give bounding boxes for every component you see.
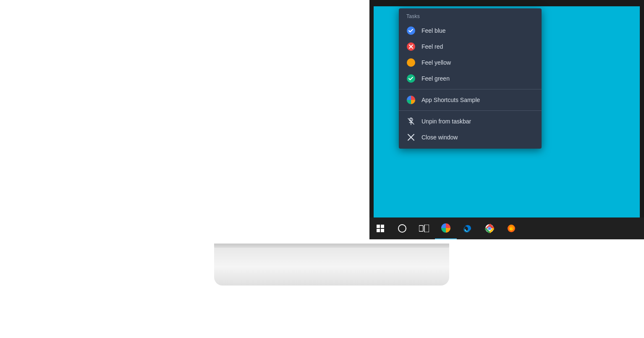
menu-item-feel-blue[interactable]: Feel blue xyxy=(399,23,542,39)
app-shortcuts-taskbar-icon[interactable] xyxy=(435,217,457,239)
menu-divider-2 xyxy=(399,110,542,111)
menu-item-feel-green[interactable]: Feel green xyxy=(399,71,542,86)
menu-app-label: App Shortcuts Sample xyxy=(399,92,542,108)
pinwheel-icon xyxy=(440,223,451,233)
windows-icon xyxy=(377,225,384,232)
feel-yellow-icon xyxy=(406,58,416,67)
firefox-icon xyxy=(506,223,516,233)
feel-yellow-label: Feel yellow xyxy=(421,59,451,66)
menu-item-feel-yellow[interactable]: Feel yellow xyxy=(399,55,542,71)
menu-divider xyxy=(399,89,542,89)
feel-blue-icon xyxy=(406,26,416,35)
menu-section-label: Tasks xyxy=(399,12,542,23)
context-menu: Tasks Feel blue Feel red xyxy=(399,8,542,149)
edge-icon xyxy=(463,223,473,233)
feel-green-icon xyxy=(406,74,416,83)
feel-red-icon xyxy=(406,42,416,51)
svg-point-20 xyxy=(489,228,491,230)
close-window-icon xyxy=(406,133,416,142)
search-circle-icon xyxy=(398,224,406,233)
screen-bezel-top xyxy=(369,0,644,6)
chrome-taskbar-icon[interactable] xyxy=(479,217,500,239)
feel-blue-label: Feel blue xyxy=(421,27,446,34)
close-window-label: Close window xyxy=(421,134,458,141)
menu-item-feel-red[interactable]: Feel red xyxy=(399,39,542,55)
laptop-left-bg xyxy=(0,0,369,338)
app-shortcuts-menu-icon xyxy=(406,95,416,105)
unpin-label: Unpin from taskbar xyxy=(421,118,471,125)
laptop-screen: Tasks Feel blue Feel red xyxy=(369,0,644,239)
svg-rect-14 xyxy=(419,225,423,231)
firefox-taskbar-icon[interactable] xyxy=(500,217,522,239)
unpin-icon xyxy=(406,117,416,126)
chrome-icon xyxy=(484,223,495,233)
svg-point-4 xyxy=(407,58,415,67)
svg-rect-15 xyxy=(424,225,429,232)
start-button[interactable] xyxy=(369,217,391,239)
taskview-button[interactable] xyxy=(413,217,435,239)
taskbar xyxy=(369,217,644,239)
menu-item-close[interactable]: Close window xyxy=(399,129,542,145)
feel-green-label: Feel green xyxy=(421,75,450,82)
screen-bezel-left xyxy=(369,0,374,218)
feel-red-label: Feel red xyxy=(421,43,443,50)
screen-bezel-right xyxy=(640,0,644,218)
menu-item-unpin[interactable]: Unpin from taskbar xyxy=(399,113,542,129)
laptop-base xyxy=(214,248,449,286)
taskview-icon xyxy=(419,225,429,232)
edge-taskbar-icon[interactable] xyxy=(457,217,479,239)
app-shortcuts-label: App Shortcuts Sample xyxy=(421,97,480,103)
search-button[interactable] xyxy=(391,217,413,239)
